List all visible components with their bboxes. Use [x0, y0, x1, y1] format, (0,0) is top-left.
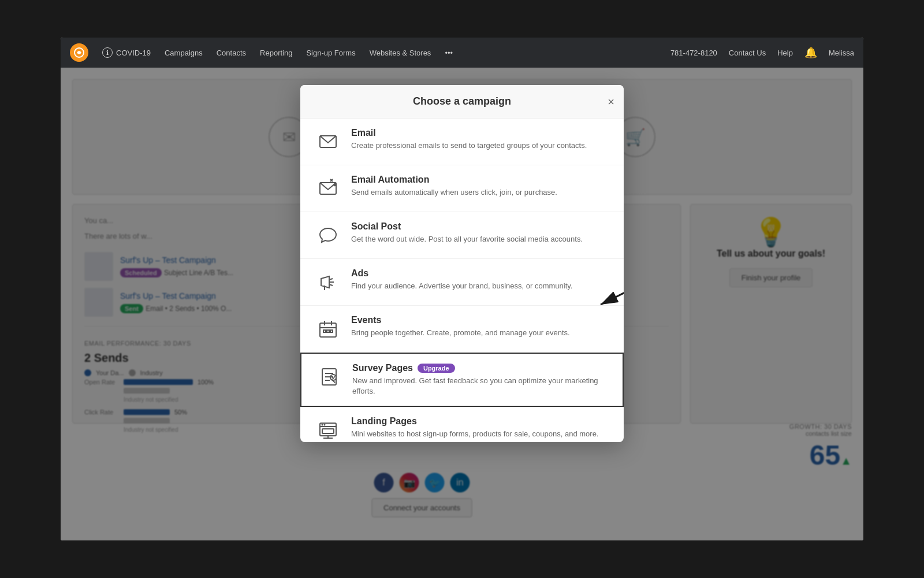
nav-contacts[interactable]: Contacts	[217, 49, 246, 57]
events-icon	[314, 315, 342, 343]
email-automation-title: Email Automation	[351, 175, 429, 185]
landing-pages-content: Landing Pages Mini websites to host sign…	[351, 416, 610, 439]
main-content: ✉ ⚡ 📢 📅 👤 🖥 🛒 You ca... There are lots o…	[61, 68, 863, 540]
modal-header: Choose a campaign ×	[300, 85, 624, 118]
nav-more[interactable]: •••	[445, 49, 453, 57]
survey-pages-content: Survey Pages Upgrade New and improved. G…	[352, 363, 609, 397]
ads-icon	[314, 268, 342, 296]
social-post-title: Social Post	[351, 221, 401, 232]
option-email[interactable]: Email Create professional emails to send…	[300, 118, 624, 165]
nav-user[interactable]: Melissa	[829, 49, 854, 57]
events-desc: Bring people together. Create, promote, …	[351, 328, 610, 338]
nav-contact-us[interactable]: Contact Us	[729, 49, 766, 57]
nav-bell-icon[interactable]: 🔔	[804, 46, 817, 59]
survey-pages-desc: New and improved. Get fast feedback so y…	[352, 376, 609, 397]
modal-close-button[interactable]: ×	[608, 96, 614, 108]
events-title: Events	[351, 315, 381, 325]
email-option-desc: Create professional emails to send to ta…	[351, 140, 610, 151]
nav-signup-forms[interactable]: Sign-up Forms	[306, 49, 355, 57]
landing-pages-icon	[314, 416, 342, 442]
option-email-automation[interactable]: Email Automation Send emails automatical…	[300, 165, 624, 212]
covid-label: COVID-19	[116, 49, 151, 57]
modal-title: Choose a campaign	[413, 95, 511, 107]
svg-rect-11	[323, 330, 326, 332]
survey-pages-title: Survey Pages	[352, 363, 413, 373]
option-landing-pages[interactable]: Landing Pages Mini websites to host sign…	[300, 407, 624, 442]
nav-phone: 781-472-8120	[670, 49, 717, 57]
email-automation-icon	[314, 175, 342, 202]
covid-info-icon: ℹ	[102, 47, 113, 58]
covid-nav-item[interactable]: ℹ COVID-19	[102, 47, 151, 58]
social-post-desc: Get the word out wide. Post to all your …	[351, 234, 610, 244]
social-post-content: Social Post Get the word out wide. Post …	[351, 221, 610, 244]
email-option-content: Email Create professional emails to send…	[351, 128, 610, 151]
ads-desc: Find your audience. Advertise your brand…	[351, 281, 610, 291]
email-automation-desc: Send emails automatically when users cli…	[351, 187, 610, 198]
ads-content: Ads Find your audience. Advertise your b…	[351, 268, 610, 291]
logo[interactable]	[70, 43, 88, 62]
email-option-icon	[314, 128, 342, 155]
campaign-modal: Choose a campaign ×	[300, 85, 624, 442]
option-ads[interactable]: Ads Find your audience. Advertise your b…	[300, 259, 624, 306]
landing-pages-title: Landing Pages	[351, 416, 417, 427]
nav-reporting[interactable]: Reporting	[260, 49, 292, 57]
nav-websites-stores[interactable]: Websites & Stores	[370, 49, 431, 57]
email-automation-content: Email Automation Send emails automatical…	[351, 175, 610, 198]
ads-title: Ads	[351, 268, 368, 279]
option-survey-pages[interactable]: Survey Pages Upgrade New and improved. G…	[300, 353, 624, 407]
modal-overlay[interactable]: Choose a campaign ×	[61, 68, 863, 540]
landing-pages-desc: Mini websites to host sign-up forms, pro…	[351, 429, 610, 439]
nav-help[interactable]: Help	[777, 49, 793, 57]
email-option-title: Email	[351, 128, 376, 138]
option-events[interactable]: Events Bring people together. Create, pr…	[300, 306, 624, 353]
upgrade-badge: Upgrade	[418, 364, 455, 373]
navbar: ℹ COVID-19 Campaigns Contacts Reporting …	[61, 38, 863, 68]
survey-pages-icon	[315, 363, 343, 391]
nav-campaigns[interactable]: Campaigns	[165, 49, 203, 57]
nav-right: 781-472-8120 Contact Us Help 🔔 Melissa	[670, 46, 854, 59]
svg-rect-12	[327, 330, 329, 332]
svg-rect-13	[330, 330, 333, 332]
svg-rect-23	[322, 429, 334, 433]
modal-body: Email Create professional emails to send…	[300, 118, 624, 442]
events-content: Events Bring people together. Create, pr…	[351, 315, 610, 338]
option-social-post[interactable]: Social Post Get the word out wide. Post …	[300, 212, 624, 259]
social-post-icon	[314, 221, 342, 249]
